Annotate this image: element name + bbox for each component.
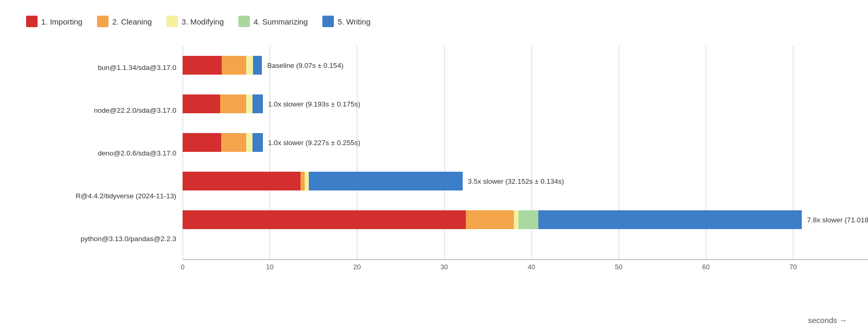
bar-annotation: 1.0x slower (9.193s ± 0.175s)	[268, 100, 360, 108]
y-label: R@4.4.2/tidyverse (2024-11-13)	[21, 180, 183, 211]
y-label: python@3.13.0/pandas@2.2.3	[21, 223, 183, 254]
legend-label-cleaning: 2. Cleaning	[112, 17, 152, 26]
x-tick: 20	[353, 263, 360, 271]
bar-segment-writing	[253, 56, 262, 75]
bars-section: Baseline (9.07s ± 0.154)1.0x slower (9.1…	[183, 46, 868, 281]
y-axis-labels: bun@1.1.34/sda@3.17.0node@22.2.0/sda@3.1…	[21, 46, 183, 281]
legend-label-writing: 5. Writing	[337, 17, 370, 26]
bar-row: Baseline (9.07s ± 0.154)	[183, 50, 868, 81]
bar-segment-importing	[183, 210, 466, 229]
legend-label-modifying: 3. Modifying	[182, 17, 224, 26]
legend-item-importing: 1. Importing	[26, 16, 82, 27]
bar-segment-importing	[183, 56, 222, 75]
legend-item-summarizing: 4. Summarizing	[238, 16, 308, 27]
bar-stack	[183, 94, 263, 113]
bar-row: 1.0x slower (9.193s ± 0.175s)	[183, 88, 868, 120]
bar-segment-cleaning	[300, 172, 305, 190]
bar-annotation: 3.5x slower (32.152s ± 0.134s)	[468, 177, 564, 185]
x-ticks: 010203040506070	[183, 260, 868, 281]
bar-annotation: Baseline (9.07s ± 0.154)	[267, 62, 343, 69]
bar-segment-summarizing	[519, 210, 538, 229]
bar-stack	[183, 56, 262, 75]
bar-segment-importing	[183, 172, 300, 190]
legend-swatch-cleaning	[97, 16, 108, 27]
seconds-label: seconds →	[808, 316, 847, 325]
bar-segment-writing	[538, 210, 802, 229]
bar-segment-writing	[252, 133, 263, 152]
bar-segment-cleaning	[466, 210, 514, 229]
bar-segment-importing	[183, 133, 221, 152]
legend-swatch-importing	[26, 16, 38, 27]
bar-row: 3.5x slower (32.152s ± 0.134s)	[183, 165, 868, 197]
bar-segment-cleaning	[221, 133, 246, 152]
legend-swatch-summarizing	[238, 16, 250, 27]
bar-segment-writing	[252, 94, 263, 113]
y-label: node@22.2.0/sda@3.17.0	[21, 94, 183, 126]
legend-label-summarizing: 4. Summarizing	[254, 17, 308, 26]
legend-swatch-modifying	[166, 16, 178, 27]
bar-segment-cleaning	[222, 56, 246, 75]
bar-segment-cleaning	[220, 94, 246, 113]
chart-container: 1. Importing 2. Cleaning 3. Modifying 4.…	[0, 0, 868, 334]
bar-row: 7.8x slower (71.018s ± 0.303s)	[183, 204, 868, 235]
bar-segment-writing	[309, 172, 462, 190]
bar-annotation: 7.8x slower (71.018s ± 0.303s)	[807, 216, 868, 224]
bar-segment-importing	[183, 94, 220, 113]
bar-segment-modifying	[246, 133, 252, 152]
bar-segment-modifying	[246, 94, 252, 113]
bar-segment-modifying	[246, 56, 253, 75]
legend-item-cleaning: 2. Cleaning	[97, 16, 152, 27]
y-label: deno@2.0.6/sda@3.17.0	[21, 137, 183, 169]
legend-label-importing: 1. Importing	[41, 17, 82, 26]
legend-item-writing: 5. Writing	[322, 16, 370, 27]
chart-area: bun@1.1.34/sda@3.17.0node@22.2.0/sda@3.1…	[21, 46, 847, 281]
bar-stack	[183, 210, 802, 229]
bar-stack	[183, 172, 463, 190]
x-tick: 70	[789, 263, 797, 271]
legend-swatch-writing	[322, 16, 334, 27]
bar-row: 1.0x slower (9.227s ± 0.255s)	[183, 127, 868, 158]
x-tick: 10	[266, 263, 273, 271]
bar-annotation: 1.0x slower (9.227s ± 0.255s)	[268, 139, 360, 147]
legend-item-modifying: 3. Modifying	[166, 16, 224, 27]
bar-segment-modifying	[305, 172, 309, 190]
x-tick: 50	[615, 263, 622, 271]
bar-segment-modifying	[514, 210, 518, 229]
legend: 1. Importing 2. Cleaning 3. Modifying 4.…	[26, 16, 847, 27]
bar-stack	[183, 133, 263, 152]
x-tick: 60	[702, 263, 709, 271]
x-tick: 0	[180, 263, 184, 271]
x-tick: 30	[440, 263, 448, 271]
y-label: bun@1.1.34/sda@3.17.0	[21, 52, 183, 83]
x-tick: 40	[528, 263, 535, 271]
